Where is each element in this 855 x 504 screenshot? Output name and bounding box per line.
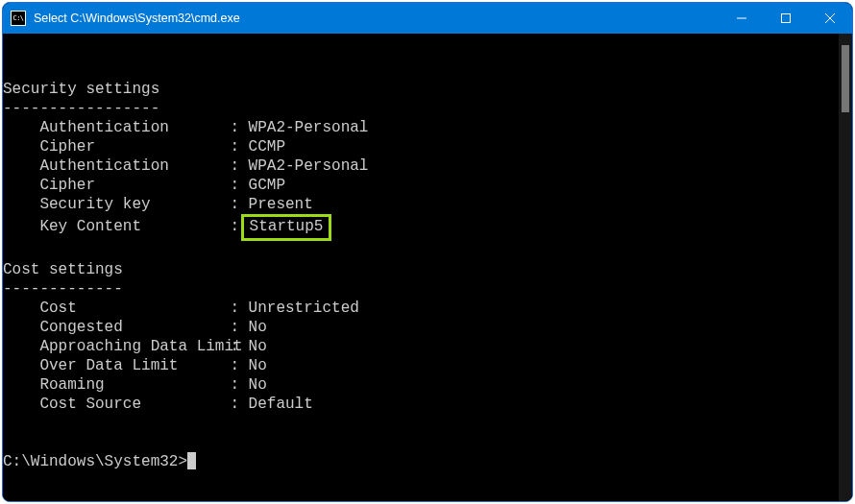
kv-row: Approaching Data Limit: No bbox=[3, 338, 267, 355]
kv-key: Authentication bbox=[39, 156, 230, 176]
kv-value: WPA2-Personal bbox=[249, 157, 369, 175]
kv-row: Cost: Unrestricted bbox=[3, 300, 359, 317]
close-button[interactable] bbox=[808, 3, 852, 34]
kv-row: Congested: No bbox=[3, 319, 267, 336]
kv-key: Roaming bbox=[39, 375, 230, 395]
blank-line bbox=[3, 242, 12, 259]
security-divider: ----------------- bbox=[3, 100, 159, 117]
kv-row: Authentication: WPA2-Personal bbox=[3, 157, 368, 175]
close-icon bbox=[824, 12, 836, 24]
kv-row: Cipher: GCMP bbox=[3, 177, 285, 194]
terminal-output[interactable]: Security settings ----------------- Auth… bbox=[3, 34, 839, 501]
kv-row: Roaming: No bbox=[3, 376, 267, 394]
kv-value: Default bbox=[249, 396, 313, 413]
cost-header: Cost settings bbox=[3, 261, 123, 278]
kv-row: Cipher: CCMP bbox=[3, 138, 285, 156]
blank-line bbox=[3, 434, 12, 451]
kv-key: Cost bbox=[39, 299, 230, 318]
cmd-icon: C:\ bbox=[11, 11, 26, 26]
cmd-window: C:\ Select C:\Windows\System32\cmd.exe S… bbox=[2, 2, 853, 502]
kv-key: Cipher bbox=[39, 176, 230, 195]
titlebar[interactable]: C:\ Select C:\Windows\System32\cmd.exe bbox=[3, 3, 852, 34]
kv-key: Authentication bbox=[39, 118, 230, 137]
kv-row: Over Data Limit: No bbox=[3, 357, 267, 374]
kv-value: GCMP bbox=[249, 177, 285, 194]
cursor bbox=[187, 452, 196, 469]
svg-rect-1 bbox=[782, 14, 791, 23]
kv-key: Approaching Data Limit bbox=[39, 337, 230, 356]
window-controls bbox=[720, 3, 852, 34]
blank-line bbox=[3, 61, 12, 79]
blank-line bbox=[3, 415, 12, 432]
kv-row: Authentication: WPA2-Personal bbox=[3, 119, 368, 136]
kv-key: Security key bbox=[39, 195, 230, 214]
scrollbar[interactable] bbox=[839, 34, 852, 501]
kv-row: Key Content: Startup5 bbox=[3, 218, 331, 235]
maximize-button[interactable] bbox=[764, 3, 808, 34]
terminal-area: Security settings ----------------- Auth… bbox=[3, 34, 852, 501]
kv-row: Security key: Present bbox=[3, 196, 313, 213]
security-header: Security settings bbox=[3, 81, 159, 98]
kv-row: Cost Source: Default bbox=[3, 396, 313, 413]
kv-key: Key Content bbox=[39, 217, 230, 236]
window-title: Select C:\Windows\System32\cmd.exe bbox=[34, 12, 720, 25]
kv-value: Present bbox=[249, 196, 313, 213]
kv-key: Cipher bbox=[39, 137, 230, 156]
kv-value: WPA2-Personal bbox=[249, 119, 369, 136]
kv-value: No bbox=[249, 357, 267, 374]
minimize-icon bbox=[737, 13, 746, 23]
kv-value: No bbox=[249, 376, 267, 394]
kv-value: No bbox=[249, 338, 267, 355]
maximize-icon bbox=[781, 13, 791, 23]
scrollbar-thumb[interactable] bbox=[842, 45, 849, 112]
kv-key: Over Data Limit bbox=[39, 356, 230, 375]
minimize-button[interactable] bbox=[720, 3, 764, 34]
kv-key: Cost Source bbox=[39, 395, 230, 414]
kv-value: CCMP bbox=[249, 138, 285, 156]
cost-divider: ------------- bbox=[3, 280, 123, 298]
kv-value: Startup5 bbox=[250, 218, 324, 235]
kv-value: No bbox=[249, 319, 267, 336]
key-content-highlight: Startup5 bbox=[241, 214, 332, 241]
prompt-line: C:\Windows\System32> bbox=[3, 453, 196, 470]
kv-key: Congested bbox=[39, 318, 230, 337]
kv-value: Unrestricted bbox=[249, 300, 359, 317]
prompt-text: C:\Windows\System32> bbox=[3, 453, 187, 470]
